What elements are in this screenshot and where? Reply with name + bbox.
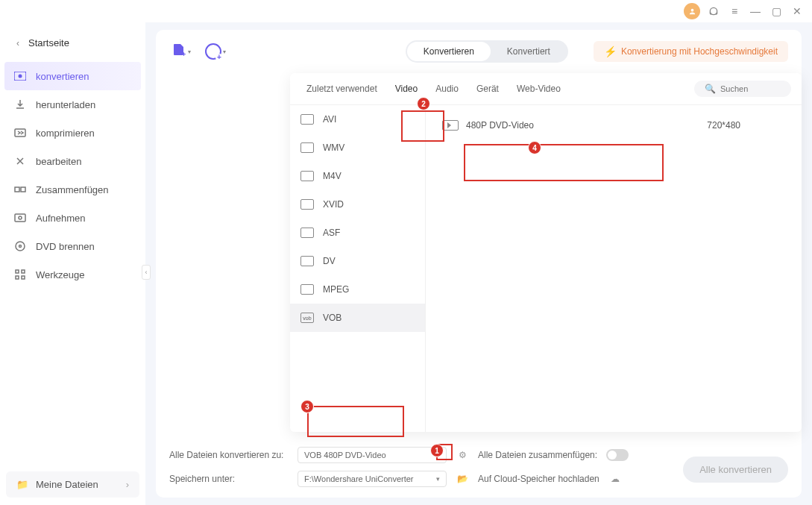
format-label: VOB [323,313,342,323]
format-avi[interactable]: AVI [290,105,425,134]
svg-rect-11 [16,270,19,273]
nav-merge-label: Zusammenfügen [36,184,109,195]
preset-480p[interactable]: 480P DVD-Video 720*480 [436,113,791,138]
user-avatar[interactable] [684,3,700,19]
merge-label: Alle Dateien zusammenfügen: [478,450,597,460]
convert-all-button[interactable]: Alle konvertieren [683,457,788,483]
svg-text:+: + [182,51,186,57]
format-icon [300,171,314,181]
format-vob[interactable]: vobVOB [290,304,425,332]
format-mpeg[interactable]: MPEG [290,275,425,304]
nav-compress[interactable]: komprimieren [0,119,145,147]
format-xvid[interactable]: XVID [290,190,425,219]
preset-list: 480P DVD-Video 720*480 [426,105,802,432]
format-wmv[interactable]: WMV [290,134,425,162]
tab-recent[interactable]: Zuletzt verwendet [300,81,383,97]
svg-point-9 [16,242,25,251]
bolt-icon: ⚡ [604,46,617,57]
svg-rect-6 [21,187,25,192]
svg-rect-12 [22,270,25,273]
svg-point-10 [19,245,22,248]
maximize-button[interactable]: ▢ [769,4,784,19]
tab-video[interactable]: Video [389,81,424,97]
nav-compress-label: komprimieren [36,128,95,139]
annotation-1: 1 [430,444,444,457]
folder-icon: 📁 [16,479,28,490]
nav-edit-label: bearbeiten [36,156,81,167]
home-nav[interactable]: ‹ Startseite [0,30,145,56]
nav-download[interactable]: herunterladen [0,90,145,119]
nav-burn[interactable]: DVD brennen [0,232,145,260]
nav-tools[interactable]: Werkzeuge [0,260,145,289]
convert-to-label: Alle Dateien konvertieren zu: [169,450,289,460]
save-path-select[interactable]: F:\Wondershare UniConverter ▾ [298,471,447,487]
menu-icon[interactable]: ≡ [727,4,742,19]
output-format-select[interactable]: VOB 480P DVD-Video ▾ [298,447,447,463]
tab-audio[interactable]: Audio [429,81,465,97]
cloud-icon[interactable]: ☁ [608,472,622,486]
chevron-down-icon: ▾ [436,475,440,483]
chevron-right-icon: › [126,479,129,490]
format-search[interactable]: 🔍 [694,81,791,97]
minimize-button[interactable]: — [748,4,763,19]
edit-icon [13,154,27,168]
format-list: AVI WMV M4V XVID ASF DV MPEG vobVOB [290,105,426,432]
add-url-icon [205,43,221,60]
format-dv[interactable]: DV [290,247,425,275]
output-format-value: VOB 480P DVD-Video [304,451,386,459]
svg-rect-13 [16,276,19,279]
svg-point-3 [19,75,22,78]
chevron-down-icon: ▾ [188,48,191,55]
svg-point-1 [710,7,717,14]
svg-point-0 [690,8,693,11]
format-label: XVID [323,199,344,210]
search-input[interactable] [720,84,780,93]
download-icon [13,98,27,111]
nav-record-label: Aufnehmen [36,213,86,224]
nav-download-label: herunterladen [36,99,95,110]
nav-record[interactable]: Aufnehmen [0,204,145,232]
sidebar-collapse-handle[interactable]: ‹ [142,265,151,280]
add-url-button[interactable]: ▾ [204,42,227,61]
settings-icon[interactable]: ⚙ [456,448,469,462]
seg-convert[interactable]: Konvertieren [407,42,491,61]
format-label: ASF [323,228,340,238]
high-speed-badge[interactable]: ⚡ Konvertierung mit Hochgeschwindigkeit [594,41,788,62]
format-asf[interactable]: ASF [290,219,425,247]
save-path-value: F:\Wondershare UniConverter [304,474,414,483]
svg-rect-14 [22,276,25,279]
format-label: WMV [323,142,344,153]
nav-merge[interactable]: Zusammenfügen [0,175,145,204]
nav-tools-label: Werkzeuge [36,269,85,280]
format-icon: vob [300,313,314,323]
compress-icon [13,126,27,139]
cloud-label: Auf Cloud-Speicher hochladen [478,474,599,484]
add-file-button[interactable]: + ▾ [169,42,193,61]
nav-convert[interactable]: konvertieren [4,62,141,90]
tab-web[interactable]: Web-Video [511,81,567,97]
format-icon [300,284,314,295]
tab-device[interactable]: Gerät [470,81,505,97]
seg-converted[interactable]: Konvertiert [491,42,567,61]
format-label: DV [323,256,336,266]
preset-resolution: 720*480 [707,120,740,131]
nav-edit[interactable]: bearbeiten [0,147,145,175]
preset-icon [442,120,459,131]
format-m4v[interactable]: M4V [290,162,425,190]
nav-burn-label: DVD brennen [36,241,95,252]
sidebar: ‹ Startseite konvertieren herunterladen … [0,22,145,505]
format-icon [300,199,314,210]
open-folder-icon[interactable]: 📂 [456,472,469,486]
close-button[interactable]: ✕ [790,4,805,19]
home-label: Startseite [28,37,69,48]
svg-rect-5 [15,187,19,192]
annotation-2: 2 [417,97,430,110]
record-icon [13,211,27,225]
add-file-icon: + [171,43,186,60]
convert-icon [13,69,27,83]
merge-toggle[interactable] [606,449,629,461]
format-icon [300,114,314,125]
format-label: M4V [323,171,342,181]
my-files-button[interactable]: 📁 Meine Dateien › [6,471,139,498]
support-icon[interactable] [706,4,721,19]
